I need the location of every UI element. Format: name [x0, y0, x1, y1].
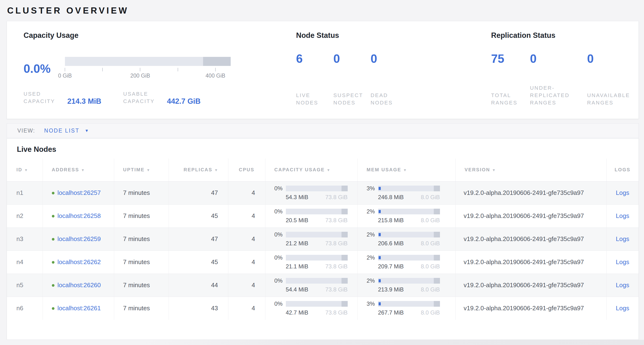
- cell-version: v19.2.0-alpha.20190606-2491-gfe735c9a97: [456, 297, 606, 320]
- usage-percent: 0%: [274, 300, 286, 307]
- usage-used-value: 213.9 MiB: [378, 286, 404, 293]
- node-address-link[interactable]: localhost:26260: [58, 281, 101, 289]
- usage-bar-reserved-segment: [434, 301, 440, 307]
- usage-mini-chart: 3%267.7 MiB8.0 GiB: [367, 300, 456, 316]
- column-header-capacity[interactable]: CAPACITY USAGE▼: [265, 158, 358, 181]
- usage-percent: 0%: [274, 277, 286, 284]
- cell-uptime: 7 minutes: [114, 181, 168, 204]
- column-header-label: ID: [16, 167, 22, 172]
- node-logs-link[interactable]: Logs: [616, 258, 629, 265]
- usage-used-value: 20.5 MiB: [286, 217, 308, 224]
- axis-tick: [102, 68, 103, 71]
- usage-total-value: 8.0 GiB: [421, 194, 440, 201]
- usage-bar-fill: [378, 279, 381, 282]
- table-header-row: ID▼ADDRESS▼UPTIME▼REPLICAS▼CPUSCAPACITY …: [7, 158, 638, 181]
- node-logs-link[interactable]: Logs: [616, 281, 629, 289]
- page-bottom-shadow: [0, 340, 644, 345]
- live-nodes-panel: Live Nodes ID▼ADDRESS▼UPTIME▼REPLICAS▼CP…: [7, 138, 639, 340]
- axis-tick-label: 400 GiB: [206, 73, 225, 79]
- cell-id: n4: [7, 250, 42, 274]
- cell-id: n1: [7, 181, 42, 204]
- cell-address: localhost:26258: [42, 204, 114, 227]
- capacity-usage-title: Capacity Usage: [24, 31, 231, 40]
- cell-memory: 3%246.8 MiB8.0 GiB: [358, 181, 456, 204]
- node-logs-link[interactable]: Logs: [616, 235, 629, 242]
- cell-capacity: 0%54.4 MiB73.8 GiB: [265, 274, 358, 297]
- cell-uptime: 7 minutes: [114, 274, 168, 297]
- sort-arrow-icon: ▼: [146, 168, 150, 172]
- replication-status-section: Replication Status 75TOTAL RANGES0UNDER-…: [491, 21, 638, 119]
- live-status-dot-icon: [52, 261, 54, 264]
- node-logs-link[interactable]: Logs: [616, 212, 629, 219]
- usage-bar: [286, 186, 348, 191]
- replication-stat: 75TOTAL RANGES: [491, 52, 530, 119]
- node-row-n3: n3localhost:262597 minutes4740%21.2 MiB7…: [7, 227, 638, 250]
- node-address-link[interactable]: localhost:26261: [58, 304, 101, 312]
- node-row-n5: n5localhost:262607 minutes4440%54.4 MiB7…: [7, 274, 638, 297]
- node-logs-link[interactable]: Logs: [616, 189, 629, 196]
- cell-logs: Logs: [606, 250, 638, 274]
- usage-bar: [286, 255, 348, 260]
- cell-memory: 2%209.7 MiB8.0 GiB: [358, 250, 456, 274]
- axis-tick: [65, 68, 65, 71]
- node-status-stat: 0SUSPECT NODES: [334, 52, 371, 119]
- live-status-dot-icon: [52, 307, 54, 310]
- column-header-replicas[interactable]: REPLICAS▼: [168, 158, 228, 181]
- usage-total-value: 8.0 GiB: [421, 217, 440, 224]
- usage-used-value: 21.1 MiB: [286, 263, 308, 270]
- cell-memory: 3%267.7 MiB8.0 GiB: [358, 297, 456, 320]
- column-header-uptime[interactable]: UPTIME▼: [114, 158, 168, 181]
- usage-bar: [378, 209, 440, 214]
- live-status-dot-icon: [52, 238, 54, 240]
- replication-stat-value: 0: [587, 52, 638, 66]
- live-nodes-title: Live Nodes: [17, 145, 638, 154]
- usage-percent: 0%: [274, 231, 286, 238]
- sort-arrow-icon: ▼: [327, 168, 331, 172]
- cell-capacity: 0%20.5 MiB73.8 GiB: [265, 204, 358, 227]
- column-header-address[interactable]: ADDRESS▼: [42, 158, 114, 181]
- node-logs-link[interactable]: Logs: [616, 304, 629, 312]
- node-status-stat: 0DEAD NODES: [370, 52, 408, 119]
- usage-total-value: 73.8 GiB: [325, 309, 348, 316]
- cell-logs: Logs: [606, 181, 638, 204]
- sort-arrow-icon: ▼: [214, 168, 218, 172]
- usage-percent: 0%: [274, 185, 286, 192]
- cluster-summary-panel: Capacity Usage 0.0% 0 GiB200 GiB400 GiB …: [7, 21, 639, 119]
- axis-tick: [140, 68, 140, 71]
- view-dropdown[interactable]: NODE LIST ▼: [44, 128, 90, 134]
- cell-replicas: 44: [168, 274, 228, 297]
- cell-cpus: 4: [228, 297, 265, 320]
- column-header-logs: LOGS: [606, 158, 638, 181]
- column-header-label: LOGS: [614, 167, 630, 172]
- node-address-link[interactable]: localhost:26258: [58, 212, 101, 219]
- usage-percent: 2%: [367, 254, 378, 261]
- cell-address: localhost:26259: [42, 227, 114, 250]
- node-address-link[interactable]: localhost:26257: [58, 189, 101, 196]
- cell-version: v19.2.0-alpha.20190606-2491-gfe735c9a97: [456, 274, 606, 297]
- usage-used-value: 54.3 MiB: [286, 194, 308, 201]
- column-header-version[interactable]: VERSION▼: [456, 158, 606, 181]
- usage-bar-reserved-segment: [434, 209, 440, 214]
- cell-replicas: 45: [168, 250, 228, 274]
- usage-used-value: 21.2 MiB: [286, 240, 308, 247]
- node-status-stat-value: 6: [296, 52, 334, 66]
- column-header-memory[interactable]: MEM USAGE▼: [358, 158, 456, 181]
- node-address-link[interactable]: localhost:26262: [58, 258, 101, 265]
- node-row-n1: n1localhost:262577 minutes4740%54.3 MiB7…: [7, 181, 638, 204]
- column-header-label: ADDRESS: [52, 167, 79, 172]
- replication-stat-label: TOTAL RANGES: [491, 92, 522, 106]
- live-status-dot-icon: [52, 215, 54, 217]
- usage-bar-fill: [378, 256, 381, 259]
- usage-bar-reserved-segment: [342, 232, 348, 237]
- cell-address: localhost:26262: [42, 250, 114, 274]
- node-address-link[interactable]: localhost:26259: [58, 235, 101, 242]
- cell-version: v19.2.0-alpha.20190606-2491-gfe735c9a97: [456, 204, 606, 227]
- replication-status-stats: 75TOTAL RANGES0UNDER-REPLICATED RANGES0U…: [491, 52, 638, 119]
- usage-percent: 3%: [367, 300, 378, 307]
- node-status-stat-value: 0: [370, 52, 408, 66]
- cell-cpus: 4: [228, 204, 265, 227]
- cell-capacity: 0%21.1 MiB73.8 GiB: [265, 250, 358, 274]
- sort-arrow-icon: ▼: [24, 168, 28, 172]
- usage-mini-chart: 0%21.1 MiB73.8 GiB: [274, 254, 358, 270]
- column-header-id[interactable]: ID▼: [7, 158, 42, 181]
